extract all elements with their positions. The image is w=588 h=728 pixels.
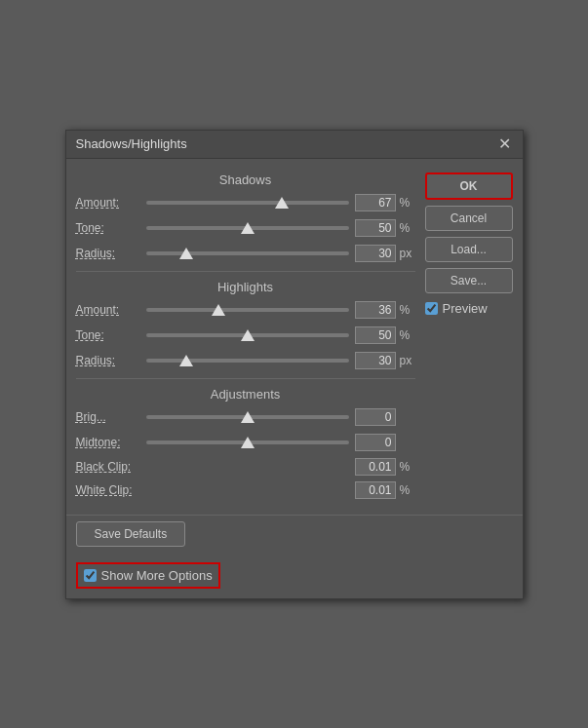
midtone-label: Midtone: bbox=[76, 436, 146, 449]
highlights-amount-label: Amount: bbox=[76, 303, 146, 317]
shadows-amount-unit: % bbox=[400, 196, 415, 210]
brig-input[interactable] bbox=[355, 408, 396, 426]
dialog-body: Shadows Amount: % Tone: bbox=[66, 159, 523, 515]
show-more-row[interactable]: Show More Options bbox=[76, 562, 220, 589]
ok-button[interactable]: OK bbox=[425, 172, 513, 200]
highlights-tone-label: Tone: bbox=[76, 328, 146, 342]
preview-label: Preview bbox=[443, 301, 488, 316]
highlights-tone-slider[interactable] bbox=[146, 326, 349, 345]
shadows-highlights-dialog: Shadows/Highlights ✕ Shadows Amount: % T… bbox=[65, 130, 524, 599]
shadows-amount-track bbox=[146, 201, 349, 205]
shadows-amount-input[interactable] bbox=[355, 194, 396, 211]
shadows-tone-label: Tone: bbox=[76, 221, 146, 235]
title-bar: Shadows/Highlights ✕ bbox=[66, 131, 523, 159]
black-clip-unit: % bbox=[400, 460, 415, 474]
highlights-radius-unit: px bbox=[400, 354, 415, 367]
highlights-tone-input[interactable] bbox=[355, 326, 396, 344]
highlights-radius-slider[interactable] bbox=[146, 351, 349, 370]
highlights-radius-input[interactable] bbox=[355, 352, 396, 369]
cancel-button[interactable]: Cancel bbox=[425, 206, 513, 231]
highlights-amount-thumb[interactable] bbox=[212, 304, 225, 316]
shadows-radius-thumb[interactable] bbox=[179, 248, 193, 259]
shadows-radius-unit: px bbox=[400, 247, 415, 260]
show-more-label: Show More Options bbox=[101, 568, 213, 583]
save-defaults-wrapper: Save Defaults bbox=[76, 521, 513, 555]
preview-row: Preview bbox=[425, 299, 513, 318]
highlights-tone-row: Tone: % bbox=[76, 326, 415, 345]
bottom-section: Save Defaults Show More Options bbox=[66, 515, 523, 598]
black-clip-label: Black Clip: bbox=[76, 460, 146, 474]
shadows-header: Shadows bbox=[76, 172, 415, 187]
shadows-tone-unit: % bbox=[400, 221, 415, 235]
highlights-tone-unit: % bbox=[400, 328, 415, 342]
highlights-amount-unit: % bbox=[400, 303, 415, 317]
left-panel: Shadows Amount: % Tone: bbox=[76, 169, 415, 505]
highlights-amount-track bbox=[146, 308, 349, 312]
highlights-radius-thumb[interactable] bbox=[179, 355, 193, 366]
shadows-radius-track bbox=[146, 251, 349, 255]
dialog-title: Shadows/Highlights bbox=[76, 136, 187, 151]
highlights-amount-row: Amount: % bbox=[76, 300, 415, 320]
shadows-radius-row: Radius: px bbox=[76, 244, 415, 263]
shadows-tone-track bbox=[146, 226, 349, 230]
midtone-input[interactable] bbox=[355, 434, 396, 451]
highlights-tone-track bbox=[146, 333, 349, 337]
shadows-radius-slider[interactable] bbox=[146, 244, 349, 263]
shadows-amount-slider[interactable] bbox=[146, 193, 349, 212]
white-clip-unit: % bbox=[400, 483, 415, 497]
adjustments-header: Adjustments bbox=[76, 387, 415, 402]
shadows-tone-thumb[interactable] bbox=[241, 222, 255, 234]
shadows-radius-label: Radius: bbox=[76, 247, 146, 260]
save-defaults-button[interactable]: Save Defaults bbox=[76, 521, 186, 547]
shadows-amount-thumb[interactable] bbox=[275, 197, 289, 209]
highlights-amount-slider[interactable] bbox=[146, 300, 349, 320]
brig-thumb[interactable] bbox=[241, 411, 255, 423]
preview-checkbox[interactable] bbox=[425, 302, 438, 315]
shadows-radius-input[interactable] bbox=[355, 245, 396, 262]
shadows-amount-label: Amount: bbox=[76, 196, 146, 210]
highlights-amount-input[interactable] bbox=[355, 301, 396, 319]
midtone-track bbox=[146, 441, 349, 444]
highlights-divider bbox=[76, 378, 415, 379]
shadows-divider bbox=[76, 271, 415, 272]
load-button[interactable]: Load... bbox=[425, 237, 513, 262]
shadows-tone-slider[interactable] bbox=[146, 218, 349, 238]
highlights-tone-thumb[interactable] bbox=[241, 329, 255, 341]
white-clip-label: White Clip: bbox=[76, 483, 146, 497]
highlights-header: Highlights bbox=[76, 280, 415, 294]
brig-row: Brig... bbox=[76, 407, 415, 427]
close-button[interactable]: ✕ bbox=[496, 136, 513, 152]
shadows-tone-row: Tone: % bbox=[76, 218, 415, 238]
highlights-radius-row: Radius: px bbox=[76, 351, 415, 370]
highlights-radius-label: Radius: bbox=[76, 354, 146, 367]
show-more-checkbox[interactable] bbox=[84, 569, 97, 582]
shadows-tone-input[interactable] bbox=[355, 219, 396, 237]
save-button[interactable]: Save... bbox=[425, 268, 513, 293]
shadows-amount-row: Amount: % bbox=[76, 193, 415, 212]
white-clip-row: White Clip: % bbox=[76, 481, 415, 499]
black-clip-input[interactable] bbox=[355, 458, 396, 476]
brig-label: Brig... bbox=[76, 410, 146, 424]
black-clip-row: Black Clip: % bbox=[76, 458, 415, 476]
highlights-radius-track bbox=[146, 359, 349, 363]
midtone-thumb[interactable] bbox=[241, 437, 255, 448]
midtone-slider[interactable] bbox=[146, 433, 349, 452]
brig-track bbox=[146, 415, 349, 419]
brig-slider[interactable] bbox=[146, 407, 349, 427]
right-panel: OK Cancel Load... Save... Preview bbox=[425, 169, 513, 505]
midtone-row: Midtone: bbox=[76, 433, 415, 452]
white-clip-input[interactable] bbox=[355, 481, 396, 499]
